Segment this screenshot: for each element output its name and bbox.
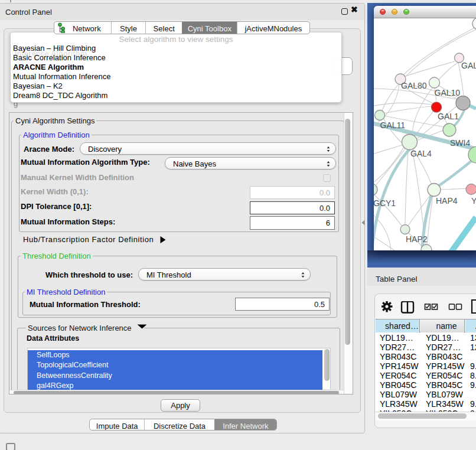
svg-text:HAP2: HAP2 xyxy=(406,234,428,244)
svg-text:GAL80: GAL80 xyxy=(401,81,427,90)
svg-text:GAL80: GAL80 xyxy=(461,61,476,70)
svg-text:GAL1: GAL1 xyxy=(438,112,459,121)
svg-text:HAP4: HAP4 xyxy=(436,196,458,206)
svg-text:SWI4: SWI4 xyxy=(450,138,470,148)
svg-text:GAL10: GAL10 xyxy=(435,88,461,97)
svg-text:Y: Y xyxy=(471,196,476,206)
svg-text:GAL11: GAL11 xyxy=(380,120,406,130)
svg-text:GCY1: GCY1 xyxy=(374,198,396,208)
svg-text:GAL4: GAL4 xyxy=(410,149,432,158)
